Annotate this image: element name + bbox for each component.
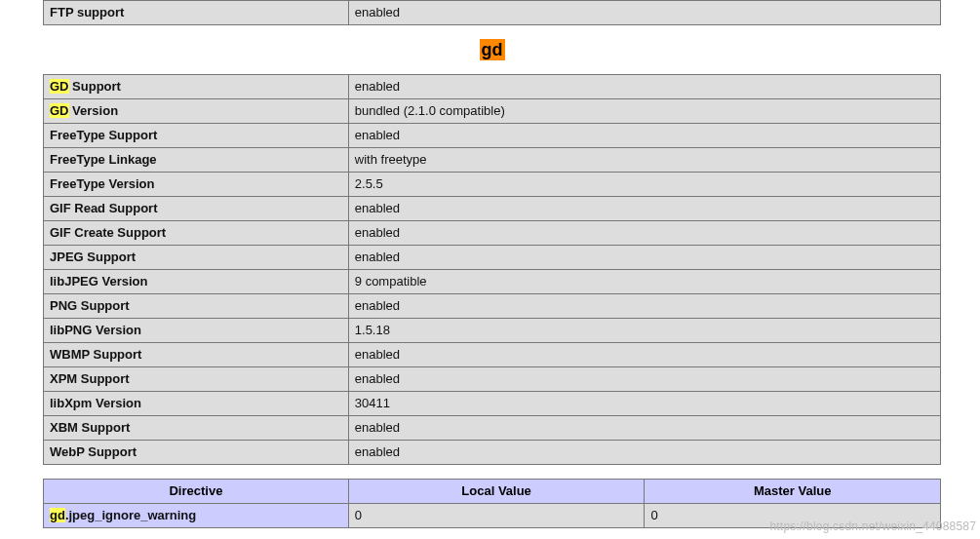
row-value: bundled (2.1.0 compatible) xyxy=(348,99,940,124)
row-value: with freetype xyxy=(348,148,940,173)
directive-master-value: 0 xyxy=(645,504,941,528)
table-row: FreeType Linkage with freetype xyxy=(44,148,941,173)
row-value: enabled xyxy=(348,246,940,270)
row-value: 30411 xyxy=(348,392,940,416)
row-label: FTP support xyxy=(44,1,349,25)
row-label: WebP Support xyxy=(44,441,349,465)
row-value: enabled xyxy=(348,416,940,441)
row-value: 9 compatible xyxy=(348,270,940,294)
table-row: gd.jpeg_ignore_warning 0 0 xyxy=(44,504,941,528)
table-row: libJPEG Version 9 compatible xyxy=(44,270,941,294)
row-value: enabled xyxy=(348,197,940,221)
row-label: GD Version xyxy=(44,99,349,124)
row-value: 2.5.5 xyxy=(348,173,940,197)
table-row: GD Support enabled xyxy=(44,75,941,99)
row-label: FreeType Linkage xyxy=(44,148,349,173)
row-value: enabled xyxy=(348,221,940,246)
row-label: JPEG Support xyxy=(44,246,349,270)
directive-local-value: 0 xyxy=(348,504,645,528)
table-row: GIF Read Support enabled xyxy=(44,197,941,221)
row-label: GD Support xyxy=(44,75,349,99)
row-value: enabled xyxy=(348,294,940,319)
table-row: JPEG Support enabled xyxy=(44,246,941,270)
row-label: PNG Support xyxy=(44,294,349,319)
row-value: enabled xyxy=(348,124,940,148)
gd-table: GD Support enabled GD Version bundled (2… xyxy=(43,74,941,465)
table-row: FTP support enabled xyxy=(44,1,941,25)
row-value: enabled xyxy=(348,75,940,99)
row-label: GIF Read Support xyxy=(44,197,349,221)
row-label: libXpm Version xyxy=(44,392,349,416)
section-heading-text: gd xyxy=(480,39,505,60)
row-label: libPNG Version xyxy=(44,319,349,343)
table-row: GD Version bundled (2.1.0 compatible) xyxy=(44,99,941,124)
table-row: libXpm Version 30411 xyxy=(44,392,941,416)
directive-header-row: Directive Local Value Master Value xyxy=(44,480,941,504)
row-value: enabled xyxy=(348,367,940,392)
table-row: GIF Create Support enabled xyxy=(44,221,941,246)
master-value-col-header: Master Value xyxy=(645,480,941,504)
table-row: WebP Support enabled xyxy=(44,441,941,465)
row-label: XPM Support xyxy=(44,367,349,392)
local-value-col-header: Local Value xyxy=(348,480,645,504)
row-value: enabled xyxy=(348,343,940,367)
table-row: XPM Support enabled xyxy=(44,367,941,392)
row-label: FreeType Version xyxy=(44,173,349,197)
ftp-table: FTP support enabled xyxy=(43,0,941,25)
section-heading: gd xyxy=(43,39,941,60)
directive-table: Directive Local Value Master Value gd.jp… xyxy=(43,479,941,528)
table-row: PNG Support enabled xyxy=(44,294,941,319)
row-value: 1.5.18 xyxy=(348,319,940,343)
row-label: FreeType Support xyxy=(44,124,349,148)
directive-col-header: Directive xyxy=(44,480,349,504)
row-label: WBMP Support xyxy=(44,343,349,367)
row-label: XBM Support xyxy=(44,416,349,441)
row-value: enabled xyxy=(348,1,940,25)
directive-name: gd.jpeg_ignore_warning xyxy=(44,504,349,528)
phpinfo-page: FTP support enabled gd GD Support enable… xyxy=(0,0,980,539)
table-row: XBM Support enabled xyxy=(44,416,941,441)
row-label: GIF Create Support xyxy=(44,221,349,246)
table-row: libPNG Version 1.5.18 xyxy=(44,319,941,343)
table-row: FreeType Version 2.5.5 xyxy=(44,173,941,197)
table-row: FreeType Support enabled xyxy=(44,124,941,148)
table-row: WBMP Support enabled xyxy=(44,343,941,367)
row-label: libJPEG Version xyxy=(44,270,349,294)
row-value: enabled xyxy=(348,441,940,465)
